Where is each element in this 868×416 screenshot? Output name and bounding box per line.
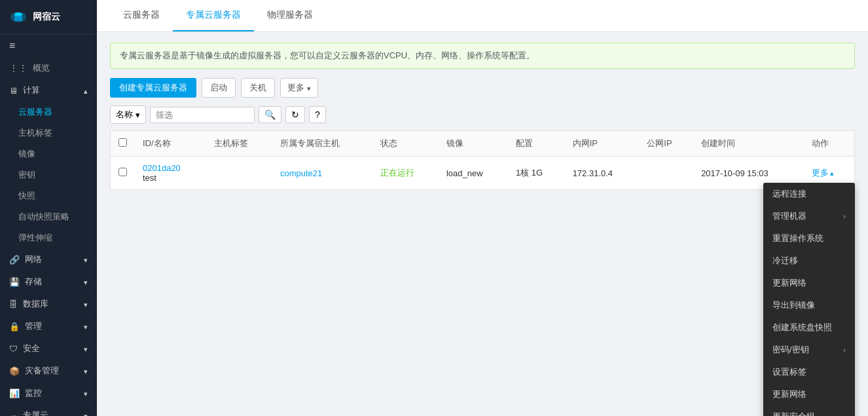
logo-text: 网宿云 [33, 11, 60, 23]
sidebar-group-dedicated[interactable]: ☁ 专属云 [0, 404, 97, 416]
filter-input[interactable] [150, 107, 255, 123]
security-icon: 🛡 [9, 344, 18, 354]
chevron-down-icon-database [84, 299, 88, 309]
sidebar-item-auto-snapshot[interactable]: 自动快照策略 [0, 206, 97, 227]
sidebar-item-key[interactable]: 密钥 [0, 164, 97, 185]
more-label: 更多 [812, 167, 829, 179]
chevron-down-icon-dedicated [84, 411, 88, 417]
compute-icon: 🖥 [9, 86, 18, 96]
sidebar-item-image[interactable]: 镜像 [0, 143, 97, 164]
context-menu-item[interactable]: 创建系统盘快照 [763, 316, 855, 339]
sidebar-group-storage[interactable]: 💾 存储 [0, 271, 97, 293]
menu-toggle[interactable]: ≡ [0, 35, 97, 57]
sidebar-label-security: 安全 [23, 343, 40, 354]
table-header-created-at: 创建时间 [693, 131, 803, 157]
sidebar-group-backup[interactable]: 📦 灾备管理 [0, 360, 97, 382]
filter-select-label: 名称 [116, 109, 133, 121]
context-menu-item[interactable]: 更新安全组 [763, 406, 855, 416]
info-text: 专属云服务器是基于镜像生成的虚拟服务器，您可以自定义云服务器的VCPU、内存、网… [120, 50, 535, 60]
context-menu-item[interactable]: 管理机器 › [763, 205, 855, 227]
context-menu-item[interactable]: 更新网络 [763, 383, 855, 406]
tab-physical-server[interactable]: 物理服务器 [254, 0, 326, 31]
refresh-button[interactable]: ↻ [285, 106, 305, 123]
svg-point-3 [14, 12, 22, 16]
row-host-tag [206, 157, 272, 190]
chevron-down-icon-security [84, 344, 88, 354]
row-checkbox[interactable] [111, 157, 136, 190]
context-menu-item[interactable]: 设置标签 [763, 361, 855, 383]
sidebar-group-database[interactable]: 🗄 数据库 [0, 293, 97, 315]
context-menu-item[interactable]: 远程连接 [763, 183, 855, 205]
start-button[interactable]: 启动 [202, 78, 236, 98]
database-icon: 🗄 [9, 299, 18, 309]
sidebar-label-dedicated: 专属云 [23, 409, 48, 416]
context-menu-item[interactable]: 重置操作系统 [763, 227, 855, 250]
row-more-link[interactable]: 更多 ▴ [812, 167, 846, 179]
sidebar-item-overview[interactable]: ⋮⋮ 概览 [0, 57, 97, 79]
sidebar-item-elastic[interactable]: 弹性伸缩 [0, 227, 97, 248]
sidebar-group-management[interactable]: 🔒 管理 [0, 315, 97, 337]
table-header-checkbox [111, 131, 136, 157]
refresh-icon: ↻ [291, 109, 299, 120]
more-button[interactable]: 更多 [280, 78, 318, 98]
tab-dedicated-server[interactable]: 专属云服务器 [173, 0, 254, 31]
content-area: 专属云服务器是基于镜像生成的虚拟服务器，您可以自定义云服务器的VCPU、内存、网… [97, 32, 868, 416]
sidebar-label-overview: 概览 [33, 62, 50, 74]
table-row: 0201da20 test compute21 正在运行 load_new 1核… [111, 157, 855, 190]
sidebar-group-compute[interactable]: 🖥 计算 [0, 79, 97, 102]
sidebar-label-elastic: 弹性伸缩 [18, 233, 52, 242]
sidebar-group-monitor[interactable]: 📊 监控 [0, 382, 97, 404]
server-id-link[interactable]: 0201da20 [143, 163, 198, 173]
host-link[interactable]: compute21 [280, 168, 322, 178]
help-button[interactable]: ? [309, 106, 326, 123]
logo: 网宿云 [0, 0, 97, 35]
chevron-down-icon-monitor [84, 388, 88, 398]
table-header-config: 配置 [508, 131, 565, 157]
chevron-down-icon-backup [84, 366, 88, 376]
total-count: 总共 1 条 [110, 197, 855, 208]
more-button-label: 更多 [287, 82, 304, 94]
sidebar-item-host-tag[interactable]: 主机标签 [0, 123, 97, 143]
context-menu-item-label: 更新网络 [772, 388, 806, 400]
context-menu-item-label: 管理机器 [772, 210, 806, 222]
context-menu-item-label: 重置操作系统 [772, 233, 823, 244]
tab-cloud-server[interactable]: 云服务器 [110, 0, 173, 31]
select-all-checkbox[interactable] [118, 138, 127, 147]
context-menu-item-label: 设置标签 [772, 366, 806, 378]
network-icon: 🔗 [9, 255, 20, 265]
sidebar-item-cloud-server[interactable]: 云服务器 [0, 102, 97, 123]
sidebar-label-network: 网络 [25, 254, 42, 265]
sidebar-label-cloud-server: 云服务器 [18, 107, 52, 117]
context-menu-item[interactable]: 更新网络 [763, 272, 855, 294]
sidebar-group-security[interactable]: 🛡 安全 [0, 337, 97, 360]
sidebar-label-management: 管理 [25, 320, 42, 332]
table-header-host: 所属专属宿主机 [272, 131, 372, 157]
stop-button[interactable]: 关机 [241, 78, 275, 98]
table-header-id: ID/名称 [135, 131, 206, 157]
chevron-down-icon-network [84, 255, 88, 265]
context-menu: 远程连接 管理机器 › 重置操作系统 冷迁移 更新网络 导出到镜像 创建系统盘快… [763, 183, 855, 416]
context-menu-item[interactable]: 密码/密钥 › [763, 339, 855, 361]
sidebar-label-monitor: 监控 [25, 387, 42, 399]
sidebar-label-storage: 存储 [25, 276, 42, 288]
context-menu-item[interactable]: 导出到镜像 [763, 294, 855, 316]
filter-select[interactable]: 名称 ▾ [110, 105, 146, 124]
context-menu-item[interactable]: 冷迁移 [763, 250, 855, 272]
context-menu-item-label: 导出到镜像 [772, 299, 815, 311]
search-button[interactable]: 🔍 [259, 106, 281, 123]
submenu-arrow-icon: › [843, 346, 846, 354]
search-icon: 🔍 [264, 109, 276, 120]
monitor-icon: 📊 [9, 388, 20, 398]
dedicated-icon: ☁ [9, 411, 18, 417]
logo-icon [9, 8, 27, 26]
sidebar-group-network[interactable]: 🔗 网络 [0, 248, 97, 271]
chevron-down-icon [307, 83, 311, 93]
context-menu-item-label: 密码/密钥 [772, 344, 809, 356]
create-dedicated-server-button[interactable]: 创建专属云服务器 [110, 78, 196, 98]
context-menu-item-label: 创建系统盘快照 [772, 322, 832, 333]
row-status: 正在运行 [372, 157, 439, 190]
sidebar-item-snapshot[interactable]: 快照 [0, 185, 97, 206]
row-id-name: 0201da20 test [135, 157, 206, 190]
table-header-public-ip: 公网IP [639, 131, 693, 157]
row-select-checkbox[interactable] [118, 168, 127, 176]
